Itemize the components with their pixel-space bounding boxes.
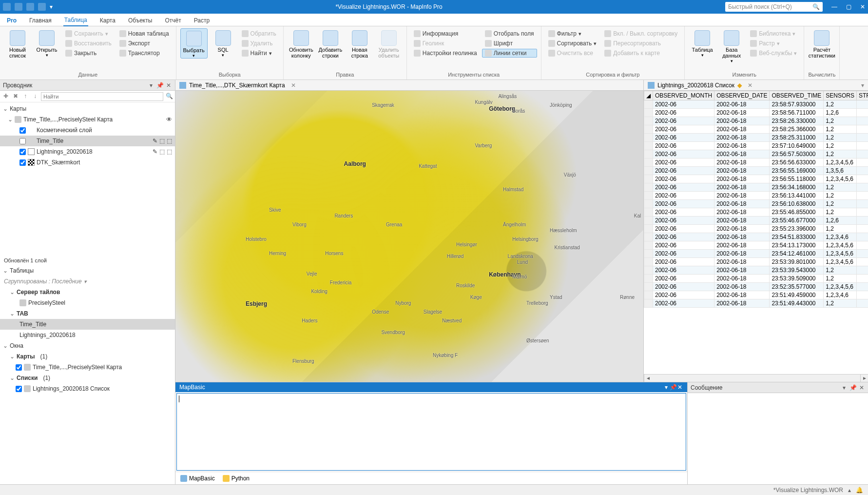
row-header-cell[interactable] bbox=[644, 233, 653, 241]
add-rows-button[interactable]: Добавить строки bbox=[317, 28, 344, 59]
maps-windows-section[interactable]: ⌄Карты (1) bbox=[0, 351, 175, 362]
panel-options-icon[interactable]: ▾ bbox=[663, 384, 670, 391]
cell[interactable] bbox=[856, 217, 868, 225]
cell[interactable]: 2002-06 bbox=[653, 250, 714, 258]
row-header-cell[interactable] bbox=[644, 134, 653, 142]
new-table-button[interactable]: Новая таблица bbox=[116, 29, 172, 38]
cell[interactable]: 23:52:35.577000 bbox=[770, 283, 824, 291]
notifications-icon[interactable]: 🔔 bbox=[856, 487, 863, 494]
new-list-button[interactable]: Новый список bbox=[4, 28, 31, 59]
cell[interactable]: 1,2 bbox=[824, 266, 857, 275]
find-button[interactable]: Найти ▾ bbox=[239, 49, 279, 58]
cell[interactable]: 2002-06-18 bbox=[714, 241, 770, 250]
cell[interactable]: 23:56:13.441000 bbox=[770, 192, 824, 200]
qat-icon[interactable] bbox=[15, 3, 22, 11]
panel-options-icon[interactable]: ▾ bbox=[841, 384, 848, 391]
table-row[interactable]: 2002-062002-06-1823:55:46.6770001,2,6 bbox=[644, 217, 868, 225]
cell[interactable]: 1,2,3,4,5,6 bbox=[824, 283, 857, 291]
layer-visibility-checkbox[interactable] bbox=[19, 138, 26, 144]
panel-pin-icon[interactable]: 📌 bbox=[156, 82, 163, 89]
cell[interactable] bbox=[856, 158, 868, 167]
cell[interactable] bbox=[856, 100, 868, 109]
cell[interactable]: 1,2,3,4,5,6 bbox=[824, 250, 857, 258]
down-icon[interactable]: ↓ bbox=[31, 93, 39, 100]
tab-close-icon[interactable]: ✕ bbox=[291, 82, 296, 89]
row-header-cell[interactable] bbox=[644, 183, 653, 192]
table-menu-button[interactable]: Таблица▾ bbox=[689, 28, 716, 58]
layer-tool-icon[interactable]: ⬚ bbox=[167, 138, 172, 144]
cell[interactable]: 2002-06 bbox=[653, 299, 714, 308]
cell[interactable] bbox=[856, 134, 868, 142]
table-row[interactable]: 2002-062002-06-1823:53:39.5430001,2 bbox=[644, 266, 868, 275]
cell[interactable]: 23:54:12.461000 bbox=[770, 250, 824, 258]
table-row[interactable]: 2002-062002-06-1823:56:10.6380001,2 bbox=[644, 200, 868, 208]
font-button[interactable]: Шрифт bbox=[482, 39, 537, 48]
cell[interactable]: 1,2 bbox=[824, 100, 857, 109]
cell[interactable]: 2002-06-18 bbox=[714, 233, 770, 241]
cell[interactable]: 2002-06 bbox=[653, 258, 714, 266]
layer-visibility-checkbox[interactable] bbox=[19, 159, 26, 166]
cell[interactable]: 23:51:49.443000 bbox=[770, 299, 824, 308]
tile-server-section[interactable]: ⌄Сервер тайлов bbox=[0, 287, 175, 297]
raster-button[interactable]: Растр ▾ bbox=[747, 39, 800, 48]
tab-options-icon[interactable]: ▾ bbox=[861, 82, 864, 89]
cell[interactable]: 2002-06 bbox=[653, 109, 714, 117]
add-icon[interactable]: ✚ bbox=[2, 93, 10, 100]
window-checkbox[interactable] bbox=[16, 386, 22, 392]
clear-all-button[interactable]: Очистить все bbox=[545, 49, 600, 58]
column-header[interactable]: SENSORS bbox=[824, 91, 857, 100]
layer-visibility-checkbox[interactable] bbox=[19, 149, 26, 155]
cell[interactable]: 2002-06 bbox=[653, 158, 714, 167]
tables-section[interactable]: ⌄Таблицы bbox=[0, 265, 175, 276]
cell[interactable]: 23:55:46.855000 bbox=[770, 208, 824, 217]
sort-toggle-button[interactable]: Вкл. / Выкл. сортировку bbox=[601, 29, 680, 38]
cell[interactable]: 2002-06-18 bbox=[714, 175, 770, 183]
table-row[interactable]: 2002-062002-06-1823:56:56.6330001,2,3,4,… bbox=[644, 158, 868, 167]
cell[interactable]: 2002-06-18 bbox=[714, 117, 770, 125]
row-header-cell[interactable] bbox=[644, 250, 653, 258]
cell[interactable]: 2002-06 bbox=[653, 175, 714, 183]
cell[interactable]: 2002-06-18 bbox=[714, 109, 770, 117]
table-row[interactable]: 2002-062002-06-1823:54:51.8330001,2,3,4,… bbox=[644, 233, 868, 241]
layer-item-selected[interactable]: Time_Title✎⬚⬚ bbox=[0, 136, 175, 146]
update-column-button[interactable]: Обновить колонку bbox=[288, 28, 315, 59]
new-row-button[interactable]: Новая строка bbox=[346, 28, 373, 59]
cell[interactable]: 2002-06 bbox=[653, 291, 714, 299]
cell[interactable]: 23:56:55.169000 bbox=[770, 167, 824, 175]
scroll-left-icon[interactable]: ◂ bbox=[644, 375, 652, 382]
cell[interactable]: 1,2 bbox=[824, 275, 857, 283]
cell[interactable]: 2002-06-18 bbox=[714, 208, 770, 217]
cell[interactable]: 1,2,6 bbox=[824, 109, 857, 117]
cell[interactable]: 1,2,3,4,6 bbox=[824, 233, 857, 241]
cell[interactable]: 1,2 bbox=[824, 208, 857, 217]
data-grid[interactable]: ◢OBSERVED_MONTHOBSERVED_DATEOBSERVED_TIM… bbox=[644, 91, 868, 374]
cell[interactable] bbox=[856, 266, 868, 275]
layer-item[interactable]: Косметический слой bbox=[0, 125, 175, 136]
cell[interactable]: 2002-06 bbox=[653, 167, 714, 175]
library-button[interactable]: Библиотека ▾ bbox=[747, 29, 800, 38]
row-header-cell[interactable] bbox=[644, 125, 653, 134]
table-row[interactable]: 2002-062002-06-1823:55:46.8550001,2 bbox=[644, 208, 868, 217]
cell[interactable]: 1,2,3,4,5,6 bbox=[824, 241, 857, 250]
panel-pin-icon[interactable]: 📌 bbox=[849, 384, 856, 391]
tab-table[interactable]: Таблица bbox=[63, 15, 88, 26]
row-header-cell[interactable] bbox=[644, 258, 653, 266]
row-header-cell[interactable] bbox=[644, 241, 653, 250]
cell[interactable]: 1,2 bbox=[824, 225, 857, 233]
row-header[interactable]: ◢ bbox=[644, 91, 653, 100]
cell[interactable]: 23:58:25.366000 bbox=[770, 125, 824, 134]
lists-windows-section[interactable]: ⌄Списки (1) bbox=[0, 373, 175, 383]
cell[interactable]: 23:55:23.396000 bbox=[770, 225, 824, 233]
cell[interactable]: 1,2,3,4,5,6 bbox=[824, 258, 857, 266]
cell[interactable] bbox=[856, 167, 868, 175]
table-row[interactable]: 2002-062002-06-1823:58:26.3300001,2 bbox=[644, 117, 868, 125]
cell[interactable]: 2002-06-18 bbox=[714, 217, 770, 225]
map-tab[interactable]: Time_Title,...,DTK_Skærmkort Карта ✕ bbox=[175, 80, 643, 91]
cell[interactable]: 23:56:57.503000 bbox=[770, 150, 824, 158]
cell[interactable]: 1,2 bbox=[824, 192, 857, 200]
layer-tool-icon[interactable]: ⬚ bbox=[159, 138, 165, 144]
cell[interactable]: 1,2,6 bbox=[824, 217, 857, 225]
row-header-cell[interactable] bbox=[644, 225, 653, 233]
table-row[interactable]: 2002-062002-06-1823:53:39.5090001,2 bbox=[644, 275, 868, 283]
geolink-settings-button[interactable]: Настройки геолинка bbox=[411, 49, 480, 58]
